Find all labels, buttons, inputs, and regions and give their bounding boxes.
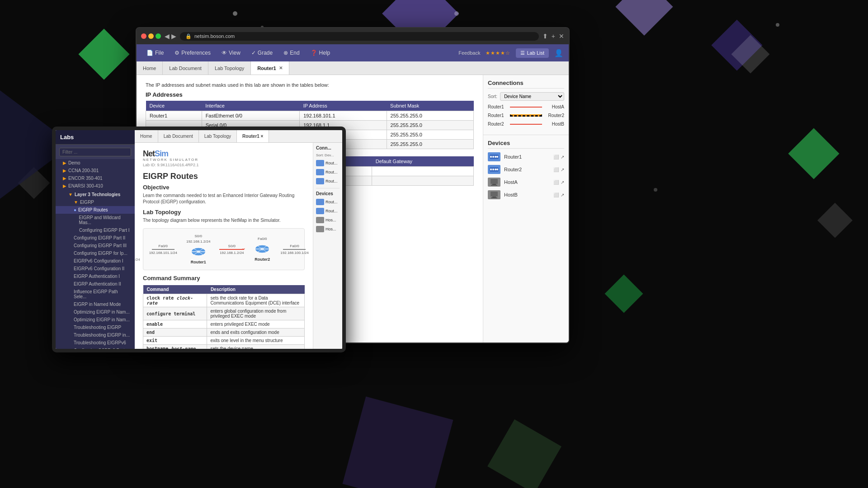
svg-point-26 bbox=[495, 169, 496, 170]
tablet-tab-lab-topo[interactable]: Lab Topology bbox=[199, 130, 237, 142]
sidebar-item-eigrp-cfg2[interactable]: Configuring EIGRP Part II bbox=[56, 234, 135, 242]
tablet-inner: Labs ▶ Demo ▶ CCNA 200-301 ▶ ENCOR 350-4… bbox=[56, 130, 342, 349]
table-row: Router1 FastEthernet 0/0 192.168.101.1 2… bbox=[146, 111, 474, 121]
star-rating[interactable]: ★★★★☆ bbox=[486, 50, 510, 56]
external-icon-2[interactable]: ↗ bbox=[561, 167, 564, 172]
tablet-devices-title: Devices bbox=[316, 188, 340, 196]
tablet-sort: Sort: Dev... bbox=[316, 153, 340, 157]
preferences-menu[interactable]: ⚙ Preferences bbox=[170, 47, 215, 59]
svg-rect-6 bbox=[731, 35, 770, 74]
maximize-btn[interactable] bbox=[156, 33, 161, 39]
sort-row: Sort: Device Name bbox=[488, 92, 564, 101]
sidebar-item-eigrp-named[interactable]: EIGRP in Named Mode bbox=[56, 300, 135, 308]
tab-home[interactable]: Home bbox=[137, 61, 163, 75]
col-gateway: Default Gateway bbox=[372, 156, 474, 167]
filter-input[interactable] bbox=[59, 148, 131, 156]
cmd-row-6: hostname host-name sets the device name bbox=[143, 345, 305, 349]
conn-line-3 bbox=[510, 124, 542, 125]
view-menu[interactable]: 👁 View bbox=[217, 47, 245, 59]
tab-lab-topology[interactable]: Lab Topology bbox=[208, 61, 251, 75]
file-icon: 📄 bbox=[146, 50, 153, 56]
browser-chrome: ◀ ▶ 🔒 netsim.boson.com ⬆ + ✕ bbox=[137, 28, 569, 44]
file-menu[interactable]: 📄 File bbox=[142, 47, 168, 59]
tablet-conn-icon-2 bbox=[316, 169, 324, 175]
sidebar-item-ccna[interactable]: ▶ CCNA 200-301 bbox=[56, 167, 135, 174]
connection-row-2: Router1 Router2 bbox=[488, 113, 564, 118]
tablet-content-row: NetSim NETWORK SIMULATOR Lab ID: 9.9K111… bbox=[135, 143, 342, 349]
back-button[interactable]: ◀ bbox=[165, 33, 170, 40]
devices-section: Devices Router1 ⬜ ↗ bbox=[483, 135, 569, 343]
lock-icon: 🔒 bbox=[185, 33, 192, 39]
sidebar-item-eigrpv6-2[interactable]: EIGRPv6 Configuration II bbox=[56, 265, 135, 272]
sidebar-item-eigrp-cfg3[interactable]: Configuring EIGRP Part III bbox=[56, 242, 135, 249]
sidebar-item-eigrp-path[interactable]: Influence EIGRP Path Sele... bbox=[56, 288, 135, 300]
edit-icon-3[interactable]: ⬜ bbox=[553, 180, 559, 185]
sort-select[interactable]: Device Name bbox=[500, 92, 564, 101]
minimize-btn[interactable] bbox=[148, 33, 154, 39]
sidebar-item-ts-eigrpv6[interactable]: Troubleshooting EIGRPv6 bbox=[56, 339, 135, 347]
conn-to-2: Router2 bbox=[544, 113, 564, 118]
address-bar[interactable]: 🔒 netsim.boson.com bbox=[180, 32, 539, 41]
grade-menu[interactable]: ✓ Grade bbox=[247, 47, 277, 59]
sidebar-item-opt-eigrp1[interactable]: Optimizing EIGRP in Nam... bbox=[56, 308, 135, 316]
app-nav-right: Feedback ★★★★☆ ☰ Lab List 👤 bbox=[458, 48, 563, 58]
conn-to-3: HostB bbox=[544, 122, 564, 127]
external-icon-4[interactable]: ↗ bbox=[561, 192, 564, 197]
end-menu[interactable]: ⊗ End bbox=[279, 47, 304, 59]
topo-node-router1: S0/0 192.168.1.2/24 bbox=[186, 234, 210, 264]
sidebar-item-ospfv3[interactable]: Configuring OSPFv3 Part... bbox=[56, 347, 135, 349]
sidebar-item-demo[interactable]: ▶ Demo bbox=[56, 159, 135, 167]
device-name-router2: Router2 bbox=[504, 167, 550, 172]
tablet-dev-row-1: Rout... bbox=[316, 199, 340, 205]
sidebar-item-eigrp-folder[interactable]: ▼ EIGRP bbox=[56, 198, 135, 206]
tablet-tab-home[interactable]: Home bbox=[135, 130, 158, 142]
external-icon-3[interactable]: ↗ bbox=[561, 180, 564, 185]
edit-icon-4[interactable]: ⬜ bbox=[553, 192, 559, 197]
close-icon[interactable]: ✕ bbox=[559, 33, 564, 40]
svg-point-24 bbox=[490, 169, 492, 170]
conn-from-3: Router2 bbox=[488, 122, 508, 127]
sidebar-item-eigrp-auth2[interactable]: EIGRP Authentication II bbox=[56, 280, 135, 288]
sidebar-item-enarsi[interactable]: ▶ ENARSI 300-410 bbox=[56, 182, 135, 190]
edit-icon-2[interactable]: ⬜ bbox=[553, 167, 559, 172]
device-row-router2: Router2 ⬜ ↗ bbox=[488, 165, 564, 174]
objective-text: Learn the commands needed to test an Enh… bbox=[143, 192, 305, 205]
lab-list-button[interactable]: ☰ Lab List bbox=[516, 48, 549, 58]
help-menu[interactable]: ❓ Help bbox=[306, 47, 335, 59]
tablet-dev-row-3: Hos... bbox=[316, 217, 340, 223]
device-actions-4: ⬜ ↗ bbox=[553, 192, 564, 197]
svg-rect-8 bbox=[817, 203, 853, 238]
sidebar-item-ts-eigrp-in[interactable]: Troubleshooting EIGRP in... bbox=[56, 331, 135, 339]
tablet-tab-router1[interactable]: Router1 × bbox=[237, 130, 269, 142]
feedback-link[interactable]: Feedback bbox=[458, 50, 480, 56]
forward-button[interactable]: ▶ bbox=[171, 33, 176, 40]
sidebar-item-opt-eigrp2[interactable]: Optimizing EIGRP in Nam... bbox=[56, 316, 135, 324]
close-btn[interactable] bbox=[141, 33, 146, 39]
share-icon[interactable]: ⬆ bbox=[542, 33, 548, 40]
svg-point-14 bbox=[654, 188, 657, 192]
user-icon[interactable]: 👤 bbox=[554, 49, 563, 57]
new-tab-icon[interactable]: + bbox=[552, 33, 555, 40]
sidebar-item-eigrp-ipv6[interactable]: Configuring EIGRP for Ip... bbox=[56, 249, 135, 257]
tablet-tab-lab-doc[interactable]: Lab Document bbox=[158, 130, 199, 142]
sidebar-item-eigrp-wildcard[interactable]: EIGRP and Wildcard Mas... bbox=[56, 214, 135, 226]
sidebar-item-layer3[interactable]: ▼ Layer 3 Technologies bbox=[56, 190, 135, 198]
right-panel: Connections Sort: Device Name Router1 Ho… bbox=[483, 75, 569, 343]
sidebar-item-eigrp-routes[interactable]: ● EIGRP Routes bbox=[56, 206, 135, 214]
folder-icon-4: ▶ bbox=[63, 183, 66, 188]
tablet-tabs: Home Lab Document Lab Topology Router1 × bbox=[135, 130, 342, 143]
sidebar-item-ts-eigrp[interactable]: Troubleshooting EIGRP bbox=[56, 324, 135, 331]
external-icon-1[interactable]: ↗ bbox=[561, 155, 564, 160]
sidebar-item-eigrp-auth1[interactable]: EIGRP Authentication I bbox=[56, 272, 135, 280]
tablet-title: EIGRP Routes bbox=[143, 172, 305, 181]
tab-router1[interactable]: Router1 ✕ bbox=[251, 61, 289, 75]
svg-point-25 bbox=[492, 169, 494, 170]
sidebar-item-eigrpv6-1[interactable]: EIGRPv6 Configuration I bbox=[56, 257, 135, 265]
sidebar-item-eigrp-cfg1[interactable]: Configuring EIGRP Part I bbox=[56, 226, 135, 234]
edit-icon-1[interactable]: ⬜ bbox=[553, 155, 559, 160]
tablet-right-panel: Conn... Sort: Dev... Rout... Rout... bbox=[313, 143, 342, 349]
sidebar-item-encor[interactable]: ▶ ENCOR 350-401 bbox=[56, 174, 135, 182]
col-subnet: Subnet Mask bbox=[387, 101, 473, 111]
tab-lab-document[interactable]: Lab Document bbox=[163, 61, 208, 75]
close-tab-icon[interactable]: ✕ bbox=[279, 66, 283, 70]
